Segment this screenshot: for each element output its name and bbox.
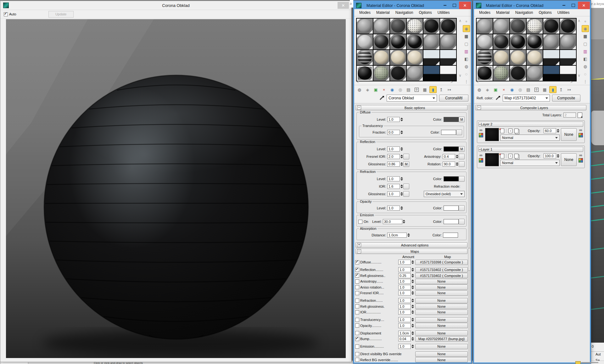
put-to-library-icon[interactable]: ▤ (405, 86, 412, 93)
material-sample-slot[interactable] (390, 50, 406, 65)
refraction-glossiness-map-button[interactable] (403, 191, 409, 197)
material-type-button[interactable]: CoronaMtl (439, 95, 468, 102)
menu-utilities[interactable]: Utilities (555, 10, 572, 15)
map-amount-spinner[interactable]: 1.0 (398, 323, 414, 328)
show-end-result-icon[interactable]: ▮ (549, 86, 556, 93)
menu-options[interactable]: Options (416, 10, 434, 15)
map-slot-button[interactable]: None (415, 298, 468, 303)
sample-type-icon[interactable]: ● (582, 18, 589, 25)
map-slot-button[interactable]: None (415, 357, 468, 362)
material-sample-slot[interactable] (543, 66, 559, 81)
menu-navigation[interactable]: Navigation (513, 10, 536, 15)
make-material-copy-icon[interactable]: ◉ (508, 86, 516, 93)
sample-uv-tiling-icon[interactable]: ◧ (582, 55, 589, 62)
map-channel-checkbox[interactable] (355, 352, 359, 356)
glossiness-map-button[interactable]: M (403, 161, 409, 167)
video-color-check-icon[interactable]: ▥ (463, 48, 470, 55)
map-slot-button[interactable]: None (415, 290, 468, 296)
translucency-color-map-button[interactable] (456, 130, 462, 135)
color-correction-icon[interactable] (479, 158, 483, 163)
map-amount-spinner[interactable]: 1.0 (398, 267, 414, 272)
ior-map-button[interactable] (403, 184, 409, 189)
expand-icon[interactable]: + (357, 243, 361, 247)
material-sample-slot[interactable] (440, 50, 456, 65)
get-material-icon[interactable]: ◍ (356, 86, 363, 93)
map-channel-checkbox[interactable] (355, 331, 359, 335)
duplicate-layer-icon[interactable] (514, 129, 518, 133)
rollout-composite-layers[interactable]: − Composite Layers (475, 105, 586, 110)
help-search-field[interactable]: e a keyword (591, 0, 604, 8)
material-sample-slot[interactable] (560, 66, 576, 81)
material-sample-slot[interactable] (407, 50, 423, 65)
slots-scroll-left-icon[interactable]: < (477, 80, 479, 84)
slots-scroll-right-icon[interactable]: > (450, 80, 453, 84)
material-sample-slot[interactable] (493, 34, 509, 49)
map-slot-button[interactable]: None (415, 351, 468, 357)
put-material-to-scene-icon[interactable]: ◈ (364, 86, 371, 93)
material-sample-slot[interactable] (407, 19, 423, 34)
reflection-level-spinner[interactable]: 1.0 (387, 146, 403, 152)
rollout-basic-options[interactable]: − Basic options (355, 105, 467, 110)
material-sample-slot[interactable] (390, 34, 406, 49)
map-amount-spinner[interactable]: 1.0 (398, 298, 414, 303)
emission-on-checkbox[interactable] (358, 220, 362, 224)
auto-key-button[interactable]: Aut (596, 352, 601, 356)
titlebar[interactable]: Material Editor - Corona Obklad ✕ (474, 2, 590, 9)
slots-scroll-up-icon[interactable]: ∧ (578, 19, 580, 23)
map-slot-button[interactable]: None (415, 279, 468, 284)
material-sample-slot[interactable] (440, 66, 456, 81)
blend-mode-dropdown[interactable]: Normal (500, 160, 560, 166)
material-id-channel-icon[interactable]: 0 (533, 86, 540, 93)
menu-utilities[interactable]: Utilities (435, 10, 452, 15)
map-slot-button[interactable]: None (415, 304, 468, 309)
layer-visibility-icon[interactable]: ∞ (479, 129, 482, 132)
emission-level-spinner[interactable]: 30.0 (383, 219, 406, 224)
map-slot-button[interactable]: None (415, 310, 468, 315)
video-color-check-icon[interactable]: ▥ (582, 48, 589, 55)
map-channel-checkbox[interactable] (355, 358, 359, 362)
map-amount-spinner[interactable]: 1.0 (398, 260, 414, 265)
material-id-channel-icon[interactable]: 0 (413, 86, 420, 93)
sample-type-icon[interactable]: ● (463, 18, 470, 25)
material-sample-slot[interactable] (423, 34, 439, 49)
diffuse-color-map-button[interactable]: M (459, 117, 465, 122)
map-name-dropdown[interactable]: Map #1571733402 (503, 95, 550, 102)
refraction-mode-dropdown[interactable]: Onesided (solid) (424, 191, 465, 197)
background-icon[interactable]: ▦ (463, 33, 470, 40)
material-sample-slot[interactable] (390, 66, 406, 81)
material-sample-slot[interactable] (510, 66, 526, 81)
material-sample-slot[interactable] (510, 34, 526, 49)
layer-rollout[interactable]: −Layer 1 (478, 147, 583, 152)
background-icon[interactable]: ▦ (582, 33, 589, 40)
material-sample-slot[interactable] (407, 34, 423, 49)
material-sample-slot[interactable] (510, 50, 526, 65)
material-sample-slot[interactable] (357, 50, 373, 65)
add-layer-icon[interactable] (578, 113, 582, 118)
fresnel-ior-spinner[interactable]: 2.0 (387, 154, 403, 159)
slots-scroll-down-icon[interactable]: ∨ (459, 74, 461, 77)
layer-visibility-icon[interactable]: ∞ (479, 154, 482, 157)
map-channel-checkbox[interactable] (355, 337, 359, 341)
duplicate-layer-icon[interactable] (514, 154, 518, 158)
delete-layer-icon[interactable] (500, 129, 504, 133)
map-amount-spinner[interactable]: 1.0 (398, 310, 414, 315)
auto-checkbox[interactable] (4, 12, 8, 16)
anisotropy-spinner[interactable]: 0.4 (443, 154, 459, 159)
material-sample-slot[interactable] (423, 50, 439, 65)
material-sample-slot[interactable] (477, 50, 493, 65)
maximize-icon[interactable] (568, 2, 578, 9)
reset-map-icon[interactable]: × (500, 86, 507, 93)
material-sample-slot[interactable] (543, 19, 559, 34)
put-to-library-icon[interactable]: ▤ (525, 86, 532, 93)
slots-scroll-up-icon[interactable]: ∧ (459, 19, 461, 23)
material-sample-slot[interactable] (373, 34, 389, 49)
get-material-icon[interactable]: ◍ (476, 86, 483, 93)
reflection-color-map-button[interactable]: M (459, 146, 465, 152)
material-sample-slot[interactable] (390, 19, 406, 34)
mask-visibility-icon[interactable]: ∞ (579, 129, 582, 132)
go-to-parent-icon[interactable]: ↥ (557, 86, 565, 93)
layer-rollout[interactable]: −Layer 2 (478, 122, 583, 127)
material-sample-slot[interactable] (560, 50, 576, 65)
material-sample-slot[interactable] (423, 19, 439, 34)
diffuse-level-spinner[interactable]: 1.0 (387, 117, 403, 122)
